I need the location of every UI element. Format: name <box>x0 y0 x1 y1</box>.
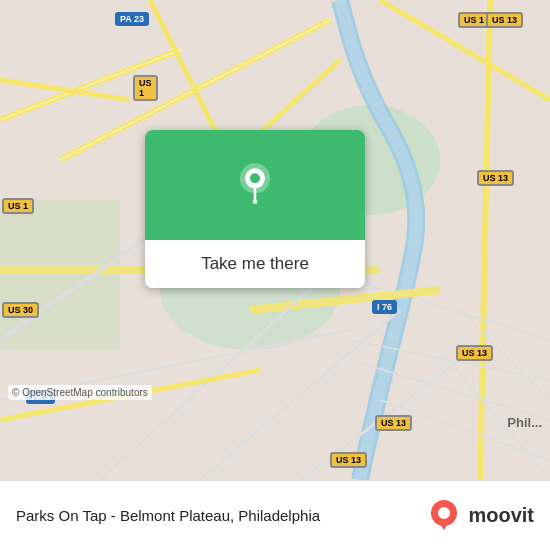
bottom-bar: Parks On Tap - Belmont Plateau, Philadel… <box>0 480 550 550</box>
moovit-logo: moovit <box>426 498 534 534</box>
road-sign-pa23: PA 23 <box>115 12 149 26</box>
road-sign-us13-s2: US 13 <box>330 452 367 468</box>
road-sign-us1-w: US 1 <box>2 198 34 214</box>
road-sign-us30-w: US 30 <box>2 302 39 318</box>
road-sign-us13-se: US 13 <box>456 345 493 361</box>
road-sign-us13-s1: US 13 <box>375 415 412 431</box>
map-container: US 1 PA 23 US 13 US1 US 1 US 13 US 30 US… <box>0 0 550 480</box>
map-attribution: © OpenStreetMap contributors <box>8 385 152 400</box>
svg-point-37 <box>438 507 450 519</box>
take-me-there-button[interactable]: Take me there <box>145 240 365 288</box>
location-pin-icon <box>230 160 280 210</box>
road-sign-i76: I 76 <box>372 300 397 314</box>
svg-point-35 <box>253 199 258 204</box>
take-me-there-card: Take me there <box>145 130 365 288</box>
svg-point-34 <box>250 173 260 183</box>
road-sign-us13-n: US 13 <box>486 12 523 28</box>
card-green-header <box>145 130 365 240</box>
road-sign-us1-nw: US1 <box>133 75 158 101</box>
road-sign-us13-e: US 13 <box>477 170 514 186</box>
city-label: Phil... <box>507 415 542 430</box>
moovit-icon <box>426 498 462 534</box>
location-name: Parks On Tap - Belmont Plateau, Philadel… <box>16 507 320 524</box>
moovit-logo-text: moovit <box>468 504 534 527</box>
